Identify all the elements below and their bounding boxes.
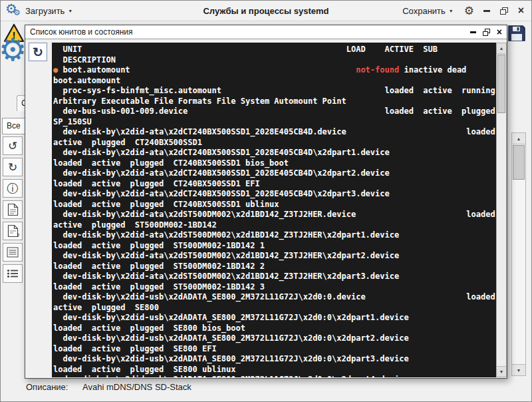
app-gears-icon: ⚙ ⚙ bbox=[5, 3, 23, 19]
save-button[interactable]: Сохранить ▼ bbox=[399, 4, 457, 18]
terminal-line: SP_150SU bbox=[53, 117, 496, 128]
terminal-line: boot.automount bbox=[53, 76, 496, 87]
dialog-scrollbar-thumb[interactable] bbox=[497, 55, 505, 113]
history-button[interactable]: ↺ bbox=[3, 136, 23, 155]
dialog-refresh-button[interactable]: ↻ bbox=[29, 43, 47, 61]
document-note-button[interactable]: ♪ bbox=[3, 222, 23, 240]
dialog-maximize-button[interactable] bbox=[483, 29, 490, 36]
terminal-line: loaded active plugged SE800 ublinux bbox=[53, 365, 496, 375]
dialog-title: Список юнитов и состояния bbox=[30, 27, 470, 37]
save-button-label: Сохранить bbox=[402, 6, 446, 16]
terminal-line: dev-disk-by\x2did-usb\x2dADATA_SE800_2M3… bbox=[53, 354, 496, 365]
bullet-list-button[interactable] bbox=[3, 264, 23, 283]
titlebar-right-group: Сохранить ▼ ⚙ × bbox=[399, 1, 526, 21]
filter-all-value: Все bbox=[7, 121, 21, 130]
terminal-line: dev-disk-by\x2did-ata\x2dCT240BX500SSD1_… bbox=[53, 168, 496, 179]
maximize-icon bbox=[500, 7, 508, 15]
terminal-output: UNIT LOAD ACTIVE SUB DESCRIPTION● boot.a… bbox=[52, 43, 496, 377]
terminal-line: dev-disk-by\x2did-usb\x2dADATA_SE800_2M3… bbox=[53, 333, 496, 344]
gear-icon: ⚙ bbox=[13, 9, 21, 17]
terminal-line: ● boot.automount not-found inactive dead bbox=[53, 65, 496, 76]
terminal-line: Arbitrary Executable File Formats File S… bbox=[53, 97, 496, 107]
terminal-line: loaded active plugged SE800 EFI bbox=[53, 344, 496, 355]
main-window: ⚙ ⚙ Загрузить ▼ Службы и процессы system… bbox=[0, 0, 532, 402]
terminal-line: active plugged ST500DM002-1BD142 bbox=[53, 220, 496, 231]
close-icon: × bbox=[518, 5, 524, 16]
chevron-down-icon: ▼ bbox=[449, 9, 454, 13]
description-label: Описание: bbox=[26, 382, 68, 392]
gear-icon: ⚙ bbox=[0, 34, 27, 65]
main-scrollbar-thumb[interactable] bbox=[513, 145, 525, 180]
terminal-line: loaded active plugged ST500DM002-1BD142 … bbox=[53, 282, 496, 293]
terminal-line: dev-disk-by\x2did-ata\x2dCT240BX500SSD1_… bbox=[53, 127, 496, 138]
scroll-down-icon[interactable]: ▼ bbox=[512, 364, 525, 375]
terminal-line: UNIT LOAD ACTIVE SUB bbox=[53, 45, 496, 55]
music-note-icon: ♪ bbox=[17, 232, 20, 238]
maximize-button[interactable] bbox=[499, 5, 509, 17]
terminal-line: dev-disk-by\x2did-ata\x2dST500DM002\x2d1… bbox=[53, 272, 496, 282]
terminal-line: DESCRIPTION bbox=[53, 55, 496, 66]
refresh-button[interactable]: ↻ bbox=[3, 158, 23, 176]
dialog-titlebar[interactable]: Список юнитов и состояния × bbox=[25, 25, 507, 39]
chevron-down-icon: ▼ bbox=[68, 9, 72, 13]
close-button[interactable]: × bbox=[516, 5, 526, 17]
settings-gear-icon[interactable]: ⚙ bbox=[464, 5, 474, 17]
refresh-icon: ↻ bbox=[33, 45, 43, 60]
main-scrollbar[interactable]: ▲ ▼ bbox=[511, 132, 526, 376]
terminal-line: dev-disk-by\x2did-ata\x2dST500DM002\x2d1… bbox=[53, 210, 496, 220]
units-dialog: Список юнитов и состояния × ↻ UNIT LOAD … bbox=[25, 25, 507, 379]
dialog-controls: × bbox=[470, 27, 502, 37]
terminal-line: active plugged SE800 bbox=[53, 303, 496, 313]
info-button[interactable]: ⓘ bbox=[3, 179, 23, 198]
terminal-line: dev-disk-by\x2did-usb\x2dADATA_SE800_2M3… bbox=[53, 292, 496, 303]
status-bar: Описание: Avahi mDNS/DNS SD-Stack bbox=[26, 382, 192, 392]
document-button[interactable] bbox=[3, 200, 23, 219]
document-icon bbox=[7, 203, 19, 216]
terminal-line: loaded active plugged ST500DM002-1BD142 … bbox=[53, 262, 496, 272]
terminal-line: dev-disk-by\x2did-ata\x2dST500DM002\x2d1… bbox=[53, 230, 496, 241]
minimize-icon bbox=[483, 10, 490, 12]
list-view-button[interactable] bbox=[3, 243, 23, 262]
terminal-line: dev-bus-usb-001-009.device loaded active… bbox=[53, 106, 496, 117]
terminal-line: loaded active plugged CT240BX500SSD1 bio… bbox=[53, 158, 496, 169]
terminal-line: loaded active plugged CT240BX500SSD1 ubl… bbox=[53, 200, 496, 210]
scroll-up-icon[interactable]: ▲ bbox=[512, 133, 525, 144]
refresh-icon: ↻ bbox=[8, 162, 17, 173]
dialog-scrollbar[interactable]: ▲ ▼ bbox=[496, 43, 507, 377]
dialog-body: ↻ UNIT LOAD ACTIVE SUB DESCRIPTION● boot… bbox=[25, 39, 507, 378]
terminal-line: dev-disk-by\x2did-usb\x2dADATA_SE800_2M3… bbox=[53, 375, 496, 377]
terminal-line: dev-disk-by\x2did-ata\x2dCT240BX500SSD1_… bbox=[53, 189, 496, 200]
scroll-up-icon[interactable]: ▲ bbox=[497, 43, 506, 54]
load-button-label: Загрузить bbox=[25, 6, 65, 16]
dialog-minimize-button[interactable] bbox=[470, 31, 476, 33]
terminal-line: loaded active plugged CT240BX500SSD1 EFI bbox=[53, 179, 496, 190]
save-disk-icon[interactable] bbox=[507, 25, 526, 42]
scroll-down-icon[interactable]: ▼ bbox=[497, 366, 506, 377]
terminal-line: active plugged CT240BX500SSD1 bbox=[53, 138, 496, 148]
terminal-line: proc-sys-fs-binfmt_misc.automount loaded… bbox=[53, 86, 496, 97]
main-titlebar: ⚙ ⚙ Загрузить ▼ Службы и процессы system… bbox=[1, 1, 531, 21]
history-icon: ↺ bbox=[8, 140, 17, 152]
terminal-line: dev-disk-by\x2did-ata\x2dCT240BX500SSD1_… bbox=[53, 148, 496, 158]
list-box-icon bbox=[7, 247, 19, 258]
terminal-line: loaded active plugged SE800 bios_boot bbox=[53, 323, 496, 334]
load-button[interactable]: Загрузить ▼ bbox=[22, 4, 76, 18]
bullet-list-icon bbox=[7, 269, 19, 278]
minimize-button[interactable] bbox=[481, 5, 491, 17]
terminal-line: loaded active plugged ST500DM002-1BD142 … bbox=[53, 241, 496, 252]
dialog-close-button[interactable]: × bbox=[497, 27, 502, 37]
info-icon: ⓘ bbox=[7, 183, 19, 194]
sidebar-button-column: ↺ ↻ ⓘ ♪ bbox=[3, 136, 23, 283]
description-value: Avahi mDNS/DNS SD-Stack bbox=[82, 382, 192, 392]
terminal-line: dev-disk-by\x2did-ata\x2dST500DM002\x2d1… bbox=[53, 251, 496, 262]
terminal-line: dev-disk-by\x2did-usb\x2dADATA_SE800_2M3… bbox=[53, 313, 496, 323]
